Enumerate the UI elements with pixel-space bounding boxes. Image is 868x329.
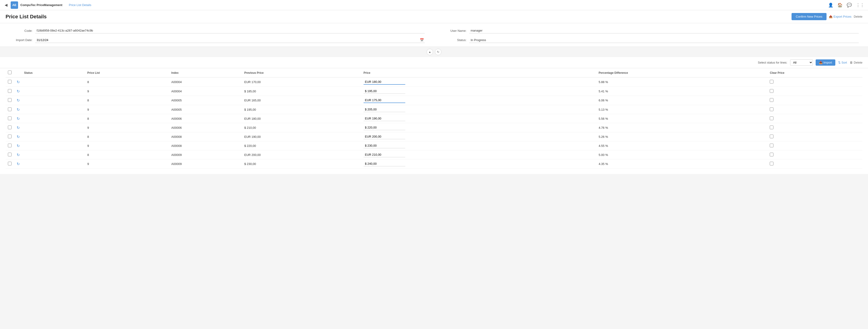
chat-icon[interactable]: 💬 bbox=[847, 3, 852, 8]
row-refresh-icon[interactable]: ↻ bbox=[17, 107, 20, 112]
row-checkbox[interactable] bbox=[8, 162, 11, 165]
row-price-input[interactable] bbox=[364, 89, 405, 94]
row-clear-checkbox[interactable] bbox=[770, 116, 773, 120]
table-row: ↻ 9 A00006 $ 210,00 4.76 % bbox=[6, 123, 862, 132]
row-clear-checkbox[interactable] bbox=[770, 144, 773, 147]
collapse-row: ▲ ↻ bbox=[0, 47, 868, 57]
row-previous-price: $ 210,00 bbox=[242, 123, 362, 132]
users-icon[interactable]: 👤 bbox=[828, 3, 833, 8]
row-refresh-icon[interactable]: ↻ bbox=[17, 144, 20, 148]
row-status-icon-cell: ↻ bbox=[14, 150, 22, 159]
row-clear-checkbox[interactable] bbox=[770, 80, 773, 84]
row-clear-checkbox[interactable] bbox=[770, 126, 773, 129]
row-refresh-icon[interactable]: ↻ bbox=[17, 116, 20, 121]
code-input[interactable] bbox=[35, 28, 425, 33]
row-checkbox-cell bbox=[6, 114, 14, 123]
row-price-input[interactable] bbox=[364, 152, 405, 157]
status-input[interactable] bbox=[469, 37, 859, 43]
row-checkbox[interactable] bbox=[8, 126, 11, 129]
row-checkbox[interactable] bbox=[8, 107, 11, 111]
row-checkbox[interactable] bbox=[8, 135, 11, 138]
row-clear-checkbox[interactable] bbox=[770, 98, 773, 102]
row-status bbox=[22, 87, 86, 96]
row-pct-diff: 5.26 % bbox=[597, 132, 768, 141]
col-select-all bbox=[6, 68, 14, 78]
row-status bbox=[22, 150, 86, 159]
toolbar-delete-button[interactable]: 🗑 Delete bbox=[850, 61, 862, 64]
status-select[interactable]: All New Confirmed Rejected bbox=[790, 59, 813, 66]
row-refresh-icon[interactable]: ↻ bbox=[17, 98, 20, 103]
import-date-input[interactable] bbox=[35, 37, 419, 43]
back-button[interactable]: ◀ bbox=[4, 2, 8, 8]
row-price-input[interactable] bbox=[364, 161, 405, 166]
export-prices-button[interactable]: 📤 Export Prices bbox=[829, 15, 851, 18]
import-date-label: Import Date: bbox=[9, 38, 32, 42]
table-row: ↻ 8 A00008 EUR 190,00 5.26 % bbox=[6, 132, 862, 141]
col-pct-diff: Percentage Difference bbox=[597, 68, 768, 78]
row-clear-price-cell bbox=[768, 123, 862, 132]
collapse-up-button[interactable]: ▲ bbox=[427, 49, 433, 55]
row-status-icon-cell: ↻ bbox=[14, 159, 22, 168]
row-checkbox[interactable] bbox=[8, 89, 11, 93]
home-icon[interactable]: 🏠 bbox=[837, 3, 842, 8]
row-clear-checkbox[interactable] bbox=[770, 153, 773, 156]
top-nav: ◀ AE CompuTec PriceManagement Price List… bbox=[0, 0, 868, 10]
row-previous-price: $ 230,00 bbox=[242, 159, 362, 168]
row-clear-checkbox[interactable] bbox=[770, 162, 773, 165]
row-price-list: 9 bbox=[86, 123, 169, 132]
export-icon: 📤 bbox=[829, 15, 833, 18]
row-price-input[interactable] bbox=[364, 125, 405, 130]
row-checkbox[interactable] bbox=[8, 98, 11, 102]
row-checkbox[interactable] bbox=[8, 153, 11, 156]
sort-button[interactable]: ⇅ Sort bbox=[838, 61, 847, 64]
row-clear-checkbox[interactable] bbox=[770, 135, 773, 138]
row-index: A00006 bbox=[169, 114, 242, 123]
date-wrapper: 📅 bbox=[35, 37, 425, 43]
row-price-cell bbox=[362, 141, 597, 150]
import-button[interactable]: 📥 Import bbox=[816, 59, 835, 66]
row-refresh-icon[interactable]: ↻ bbox=[17, 162, 20, 166]
col-price-list: Price List bbox=[86, 68, 169, 78]
app-name: CompuTec PriceManagement bbox=[21, 3, 62, 7]
row-price-input[interactable] bbox=[364, 116, 405, 121]
collapse-refresh-button[interactable]: ↻ bbox=[435, 49, 441, 55]
row-price-input[interactable] bbox=[364, 98, 405, 103]
row-status-icon-cell: ↻ bbox=[14, 123, 22, 132]
table-row: ↻ 9 A00008 $ 220,00 4.55 % bbox=[6, 141, 862, 150]
row-pct-diff: 5.56 % bbox=[597, 114, 768, 123]
row-price-input[interactable] bbox=[364, 79, 405, 85]
row-index: A00004 bbox=[169, 78, 242, 87]
page-title: Price List Details bbox=[6, 14, 46, 20]
row-price-input[interactable] bbox=[364, 134, 405, 139]
row-clear-checkbox[interactable] bbox=[770, 89, 773, 93]
confirm-new-prices-button[interactable]: Confirm New Prices bbox=[792, 13, 827, 20]
row-refresh-icon[interactable]: ↻ bbox=[17, 89, 20, 93]
row-refresh-icon[interactable]: ↻ bbox=[17, 126, 20, 130]
row-price-input[interactable] bbox=[364, 107, 405, 112]
row-status-icon-cell: ↻ bbox=[14, 96, 22, 105]
row-refresh-icon[interactable]: ↻ bbox=[17, 135, 20, 139]
row-clear-checkbox[interactable] bbox=[770, 107, 773, 111]
delete-button[interactable]: Delete bbox=[854, 15, 862, 18]
username-input[interactable] bbox=[469, 28, 859, 33]
row-refresh-icon[interactable]: ↻ bbox=[17, 80, 20, 84]
row-pct-diff: 5.41 % bbox=[597, 87, 768, 96]
select-all-checkbox[interactable] bbox=[8, 71, 11, 74]
row-index: A00006 bbox=[169, 123, 242, 132]
row-checkbox[interactable] bbox=[8, 80, 11, 84]
row-checkbox-cell bbox=[6, 123, 14, 132]
calendar-icon[interactable]: 📅 bbox=[419, 37, 425, 43]
select-status-label: Select status for lines: bbox=[758, 61, 787, 64]
row-checkbox[interactable] bbox=[8, 116, 11, 120]
row-checkbox-cell bbox=[6, 105, 14, 114]
table-row: ↻ 8 A00005 EUR 165,00 6.06 % bbox=[6, 96, 862, 105]
grid-icon[interactable]: ⋮⋮ bbox=[856, 3, 864, 8]
row-price-input[interactable] bbox=[364, 143, 405, 148]
row-checkbox-cell bbox=[6, 132, 14, 141]
breadcrumb-current: Price List Details bbox=[69, 3, 91, 7]
row-index: A00005 bbox=[169, 105, 242, 114]
row-refresh-icon[interactable]: ↻ bbox=[17, 153, 20, 157]
row-price-cell bbox=[362, 105, 597, 114]
row-pct-diff: 4.76 % bbox=[597, 123, 768, 132]
row-checkbox[interactable] bbox=[8, 144, 11, 147]
